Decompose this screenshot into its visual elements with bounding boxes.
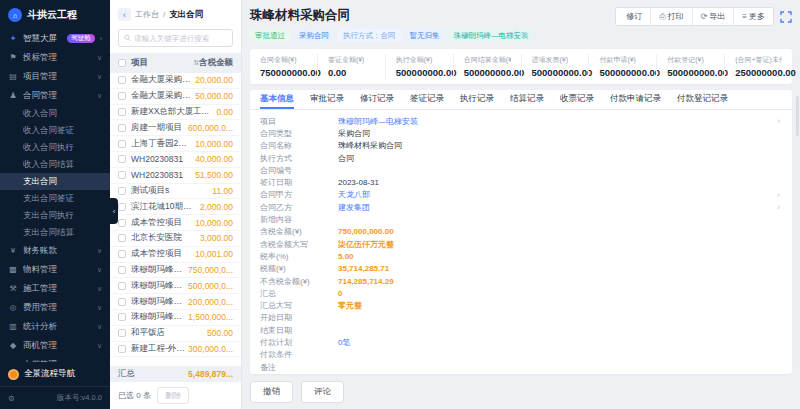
sidebar-group-item[interactable]: ◎ 费用管理 ∨ <box>0 298 110 317</box>
tab-item[interactable]: 收票记录 <box>560 90 594 109</box>
list-item[interactable]: 北京长安医院 3,000.00 <box>110 231 241 247</box>
list-item[interactable]: 和平饭店 500.00 <box>110 326 241 342</box>
sidebar-subitem[interactable]: 支出合同结算 <box>0 224 110 241</box>
sidebar-item-dashboard[interactable]: ✦ 智慧大屏 驾驶舱 › <box>0 29 110 48</box>
row-checkbox[interactable] <box>118 92 126 100</box>
list-item[interactable]: 成本管控项目 10,001.00 <box>110 247 241 263</box>
list-item[interactable]: 新建工程-外-测试 300,000.0... <box>110 342 241 358</box>
list-item[interactable]: 金融大厦采购项目 20,000.00 <box>110 73 241 89</box>
row-checkbox[interactable] <box>118 313 126 321</box>
breadcrumb-root[interactable]: 工作台 <box>135 9 159 20</box>
chevron-right-icon[interactable]: › <box>777 202 782 212</box>
sidebar-item-process-navigation[interactable]: 全景流程导航 <box>0 362 110 386</box>
stat-item: 付款申请(¥) 500000000.00 <box>588 54 656 79</box>
menu-item-icon: ▤ <box>8 72 18 81</box>
sidebar-subitem-label: 收入合同执行 <box>23 142 74 154</box>
row-checkbox[interactable] <box>118 203 126 211</box>
amount-value: 3,000.00 <box>200 233 233 243</box>
tab-item[interactable]: 基本信息 <box>260 90 294 109</box>
sidebar-subitem[interactable]: 收入合同 <box>0 105 110 122</box>
stat-value: 250000000.00 <box>735 67 782 78</box>
sidebar-group-item[interactable]: ▩ 物料管理 ∨ <box>0 260 110 279</box>
row-checkbox[interactable] <box>118 345 126 353</box>
list-item[interactable]: 珠穆朗玛峰—电梯... 200,000,0... <box>110 294 241 310</box>
row-checkbox[interactable] <box>118 76 126 84</box>
field-label: 合同类型 <box>260 128 338 139</box>
sidebar-group-item[interactable]: ¥ 财务账款 ∨ <box>0 241 110 260</box>
sidebar-group-item[interactable]: ▣ 文档管理 ∨ <box>0 355 110 362</box>
sidebar-group-contract[interactable]: ♟ 合同管理 ∨ <box>0 86 110 105</box>
row-checkbox[interactable] <box>118 171 126 179</box>
action-button[interactable]: ⎙ 打印 <box>650 8 691 25</box>
sidebar-collapse-handle[interactable]: ‹ <box>110 198 118 224</box>
list-item[interactable]: 珠穆朗玛峰—电梯... 1,500,000... <box>110 310 241 326</box>
row-checkbox[interactable] <box>118 329 126 337</box>
sidebar-subitem[interactable]: 收入合同签证 <box>0 122 110 139</box>
list-item[interactable]: 滨江花城10期项目-... 2,000.00 <box>110 199 241 215</box>
chevron-right-icon[interactable]: › <box>777 190 782 200</box>
row-checkbox[interactable] <box>118 124 126 132</box>
tab-item[interactable]: 执行记录 <box>460 90 494 109</box>
footer-button[interactable]: 撤销 <box>250 381 293 403</box>
action-button[interactable]: ≡ 更多 <box>733 8 773 25</box>
list-item[interactable]: 成本管控项目 10,000.00 <box>110 215 241 231</box>
row-checkbox[interactable] <box>118 298 126 306</box>
action-button[interactable]: ⟳ 导出 <box>692 8 734 25</box>
back-button[interactable]: ‹ <box>118 8 131 21</box>
fullscreen-icon[interactable] <box>780 11 792 23</box>
row-checkbox[interactable] <box>118 155 126 163</box>
sidebar-subitem[interactable]: 支出合同执行 <box>0 207 110 224</box>
row-checkbox[interactable] <box>118 234 126 242</box>
settings-gear-icon[interactable]: ⚙ <box>8 394 15 403</box>
list-item[interactable]: 金融大厦采购项目 50,000.00 <box>110 89 241 105</box>
tab-item[interactable]: 付款申请记录 <box>610 90 661 109</box>
row-checkbox[interactable] <box>118 250 126 258</box>
field-row: 含税金额(¥) 750,000,000.00 <box>260 226 782 238</box>
sidebar-subitem[interactable]: 支出合同签证 <box>0 190 110 207</box>
scrollbar-thumb[interactable] <box>796 96 799 136</box>
column-header-amount[interactable]: 含税金额 <box>199 57 233 69</box>
select-all-checkbox[interactable] <box>118 59 126 67</box>
tab-item[interactable]: 签证记录 <box>410 90 444 109</box>
sidebar-group-item[interactable]: ▥ 统计分析 ∨ <box>0 317 110 336</box>
sidebar-group-item[interactable]: ⚑ 投标管理 ∨ <box>0 48 110 67</box>
chevron-down-icon: ∨ <box>97 92 102 100</box>
row-checkbox[interactable] <box>118 282 126 290</box>
tab-item[interactable]: 审批记录 <box>310 90 344 109</box>
list-item[interactable]: WH20230831 51,500.00 <box>110 168 241 184</box>
sidebar-subitem-label: 支出合同签证 <box>23 193 74 205</box>
row-checkbox[interactable] <box>118 108 126 116</box>
list-item[interactable]: 新建XX总部大厦工... 0.00 <box>110 105 241 121</box>
tab-item[interactable]: 结算记录 <box>510 90 544 109</box>
action-button[interactable]: 修订 <box>616 8 650 25</box>
detail-fields: 项目 珠穆朗玛峰—电梯安装 › 合同类型 采购合同 合同名称 珠峰材料采购合同 <box>250 110 792 374</box>
tab-item[interactable]: 付款登记记录 <box>677 90 728 109</box>
tab-item[interactable]: 修订记录 <box>360 90 394 109</box>
sidebar-group-item[interactable]: ◆ 商机管理 ∨ <box>0 336 110 355</box>
column-header-project[interactable]: 项目 <box>131 57 192 69</box>
row-checkbox[interactable] <box>118 219 126 227</box>
list-item[interactable]: WH20230831 40,000.00 <box>110 152 241 168</box>
delete-button[interactable]: 删除 <box>157 387 189 404</box>
row-checkbox[interactable] <box>118 187 126 195</box>
field-value: 珠峰材料采购合同 <box>338 140 780 151</box>
list-item[interactable]: 上海丁香园2期改造... 10,000.00 <box>110 136 241 152</box>
sidebar-group-item[interactable]: ⚒ 施工管理 ∨ <box>0 279 110 298</box>
chevron-right-icon[interactable]: › <box>777 116 782 126</box>
field-label: 汇总大写 <box>260 300 338 311</box>
list-item[interactable]: 房建一期项目 600,000.0... <box>110 120 241 136</box>
sidebar-subitem[interactable]: 收入合同结算 <box>0 156 110 173</box>
footer-button[interactable]: 评论 <box>301 381 344 403</box>
list-item[interactable]: 测试项目s 11.00 <box>110 184 241 200</box>
field-row: 税率(%) 5.00 <box>260 250 782 262</box>
sidebar-subitem[interactable]: 收入合同执行 <box>0 139 110 156</box>
search-box[interactable] <box>118 29 233 47</box>
search-input[interactable] <box>134 34 227 43</box>
row-checkbox[interactable] <box>118 140 126 148</box>
row-checkbox[interactable] <box>118 266 126 274</box>
sidebar-subitem[interactable]: 支出合同 <box>0 173 110 190</box>
list-item[interactable]: 珠穆朗玛峰—电梯... 500,000,0... <box>110 278 241 294</box>
list-item[interactable]: 珠穆朗玛峰—电梯... 750,000,0... <box>110 263 241 279</box>
sidebar-subitem-label: 支出合同执行 <box>23 210 74 222</box>
sidebar-group-item[interactable]: ▤ 项目管理 ∨ <box>0 67 110 86</box>
